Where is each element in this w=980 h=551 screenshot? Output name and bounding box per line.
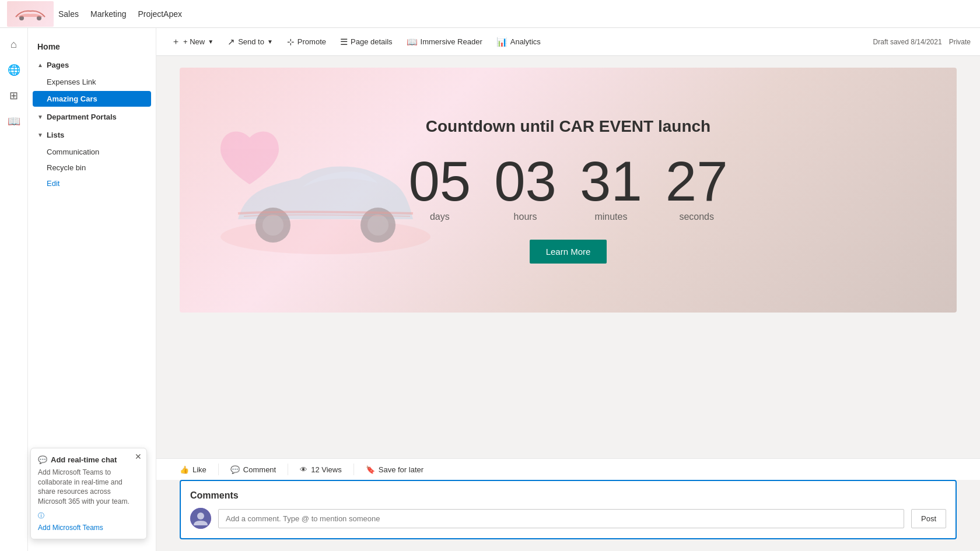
home-icon[interactable]: ⌂ [2,33,26,56]
sidebar-deptportals-label: Department Portals [47,113,117,121]
analytics-icon: 📊 [496,37,508,47]
comment-label: Comment [243,465,276,474]
countdown-row: 05 days 03 hours 31 minutes [180,153,957,222]
tab-list: Sales Marketing ProjectApex [58,7,182,21]
hours-label: hours [514,212,537,222]
comment-input-row: Post [190,508,946,529]
pagedetails-icon: ☰ [340,37,348,47]
hours-number: 03 [494,153,556,209]
hero-banner: Countdown until CAR EVENT launch 05 days… [180,68,957,313]
chevron-down-icon-2: ▼ [37,132,43,138]
countdown-seconds: 27 seconds [666,153,728,222]
days-number: 05 [408,153,471,209]
page-content-wrapper: Countdown until CAR EVENT launch 05 days… [156,56,980,551]
seconds-number: 27 [666,153,728,209]
hero-content: Countdown until CAR EVENT launch 05 days… [180,117,957,264]
comments-section: Comments Post [180,480,957,539]
comment-icon: 💬 [230,465,240,474]
immersivereader-label: Immersive Reader [421,37,482,46]
save-action[interactable]: 🔖 Save for later [366,465,424,474]
promote-label: Promote [298,37,326,46]
like-action[interactable]: 👍 Like [180,465,206,474]
save-label: Save for later [379,465,424,474]
views-icon: 👁 [300,465,307,474]
toolbar: ＋ + New ▼ ↗ Send to ▼ ⊹ Promote ☰ Page d… [156,28,980,56]
seconds-label: seconds [679,212,714,222]
book-icon[interactable]: 📖 [2,110,26,133]
promote-icon: ⊹ [287,37,295,47]
countdown-minutes: 31 minutes [580,153,642,222]
comment-action[interactable]: 💬 Comment [230,465,276,474]
bottom-bar: 👍 Like 💬 Comment 👁 12 Views 🔖 Save for l… [156,458,980,480]
sidebar-edit[interactable]: Edit [28,176,156,191]
sidebar-deptportals-header[interactable]: ▼ Department Portals [28,108,156,126]
comment-input[interactable] [218,509,904,528]
countdown-days: 05 days [408,153,471,222]
grid-icon[interactable]: ⊞ [2,84,26,107]
sidebar-item-expenses[interactable]: Expenses Link [28,74,156,90]
logo-area: Sales Marketing ProjectApex [7,1,182,27]
user-avatar [190,508,211,529]
chat-popup-title: 💬 Add real-time chat [38,455,139,464]
days-label: days [430,212,450,222]
immersivereader-button[interactable]: 📖 Immersive Reader [401,33,488,51]
divider-1 [218,464,219,475]
sidebar-item-amazingcars[interactable]: Amazing Cars [33,91,151,107]
sendto-icon: ↗ [228,37,235,47]
divider-3 [354,464,354,475]
draft-saved-text: Draft saved 8/14/2021 [873,38,942,46]
learn-more-button[interactable]: Learn More [530,240,607,264]
sidebar-item-communication[interactable]: Communication [28,144,156,160]
sidebar-item-recycle[interactable]: Recycle bin [28,160,156,176]
icon-rail: ⌂ 🌐 ⊞ 📖 [0,28,28,551]
tab-marketing[interactable]: Marketing [90,7,126,21]
globe-icon[interactable]: 🌐 [2,58,26,82]
tab-sales[interactable]: Sales [58,7,79,21]
site-logo [7,1,54,27]
add-teams-link[interactable]: Add Microsoft Teams [38,524,139,532]
sidebar-home[interactable]: Home [28,37,156,56]
info-icon[interactable]: ⓘ [38,511,139,520]
reader-icon: 📖 [407,37,418,47]
post-button[interactable]: Post [911,509,946,528]
minutes-number: 31 [580,153,642,209]
views-label: 12 Views [311,465,342,474]
chat-popup: ✕ 💬 Add real-time chat Add Microsoft Tea… [30,448,147,539]
new-label: + New [183,37,205,46]
tab-projectapex[interactable]: ProjectApex [138,7,182,21]
views-action: 👁 12 Views [300,465,342,474]
sendto-label: Send to [238,37,264,46]
chat-popup-body: Add Microsoft Teams to collaborate in re… [38,468,139,507]
save-icon: 🔖 [366,465,375,474]
svg-point-8 [197,513,204,520]
sidebar-lists-header[interactable]: ▼ Lists [28,126,156,144]
close-icon[interactable]: ✕ [135,452,142,461]
analytics-label: Analytics [510,37,541,46]
countdown-hours: 03 hours [494,153,556,222]
new-chevron-icon: ▼ [208,38,214,45]
analytics-button[interactable]: 📊 Analytics [491,33,547,51]
chevron-up-icon: ▲ [37,62,43,68]
sidebar-pages-label: Pages [47,61,69,69]
minutes-label: minutes [594,212,627,222]
main-content: ＋ + New ▼ ↗ Send to ▼ ⊹ Promote ☰ Page d… [156,28,980,551]
like-icon: 👍 [180,465,189,474]
chevron-down-icon: ▼ [37,114,43,120]
sidebar-lists-label: Lists [47,131,64,139]
like-label: Like [192,465,206,474]
pagedetails-button[interactable]: ☰ Page details [334,33,398,51]
promote-button[interactable]: ⊹ Promote [281,33,332,51]
page-area: Countdown until CAR EVENT launch 05 days… [156,56,980,458]
comments-title: Comments [190,490,946,501]
hero-title: Countdown until CAR EVENT launch [180,117,957,136]
sendto-button[interactable]: ↗ Send to ▼ [222,33,279,51]
main-layout: ⌂ 🌐 ⊞ 📖 Home ▲ Pages Expenses Link Amazi… [0,28,980,551]
top-bar: Sales Marketing ProjectApex [0,0,980,28]
new-button[interactable]: ＋ + New ▼ [166,33,219,51]
teams-icon: 💬 [38,455,47,464]
pagedetails-label: Page details [351,37,393,46]
plus-icon: ＋ [172,36,180,47]
divider-2 [288,464,288,475]
sidebar-pages-header[interactable]: ▲ Pages [28,56,156,74]
private-badge: Private [949,38,971,46]
